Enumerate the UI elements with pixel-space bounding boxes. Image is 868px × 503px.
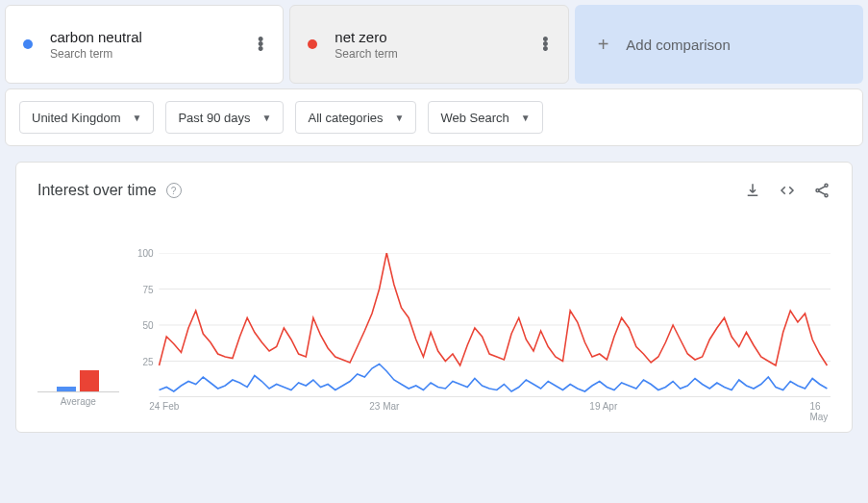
filter-searchtype[interactable]: Web Search ▼	[428, 101, 542, 134]
term-1-label: carbon neutral	[50, 29, 142, 45]
term-2-label: net zero	[335, 29, 397, 45]
embed-icon[interactable]	[779, 182, 796, 199]
chevron-down-icon: ▼	[133, 113, 142, 123]
filter-daterange[interactable]: Past 90 days ▼	[165, 101, 284, 134]
x-tick-label: 23 Mar	[369, 401, 399, 412]
share-icon[interactable]	[813, 182, 831, 199]
y-tick-label: 25	[143, 356, 154, 366]
y-tick-label: 50	[143, 320, 154, 331]
chart-card: Interest over time ? Average 255075100	[15, 162, 853, 433]
filter-region[interactable]: United Kingdom ▼	[19, 101, 154, 134]
filter-searchtype-label: Web Search	[440, 111, 508, 125]
plus-icon: +	[598, 34, 609, 56]
filter-region-label: United Kingdom	[32, 111, 121, 125]
series-color-dot-blue	[23, 39, 33, 49]
x-tick-label: 16 May	[809, 401, 828, 422]
chevron-down-icon: ▼	[521, 113, 531, 123]
filter-category[interactable]: All categories ▼	[295, 101, 416, 134]
filter-category-label: All categories	[308, 111, 383, 125]
avg-label: Average	[37, 396, 119, 407]
filter-bar: United Kingdom ▼ Past 90 days ▼ All cate…	[5, 88, 863, 146]
average-block: Average	[37, 335, 119, 407]
chevron-down-icon: ▼	[262, 113, 272, 123]
chevron-down-icon: ▼	[395, 113, 405, 123]
add-comparison-button[interactable]: + Add comparison	[575, 5, 863, 84]
term-2-menu-button[interactable]: •••	[536, 37, 554, 53]
term-1-sub: Search term	[50, 47, 142, 61]
filter-daterange-label: Past 90 days	[178, 111, 250, 125]
y-tick-label: 75	[143, 284, 154, 294]
y-tick-label: 100	[137, 248, 154, 259]
chart-title: Interest over time	[37, 182, 157, 199]
term-2-sub: Search term	[335, 47, 397, 61]
x-tick-label: 24 Feb	[149, 401, 179, 412]
add-comparison-label: Add comparison	[626, 37, 730, 53]
avg-bar-red	[80, 370, 99, 391]
term-1-menu-button[interactable]: •••	[252, 37, 269, 53]
series-color-dot-red	[308, 39, 317, 49]
term-card-1[interactable]: carbon neutral Search term •••	[5, 5, 284, 84]
avg-bar-blue	[57, 387, 76, 391]
help-icon[interactable]: ?	[166, 183, 182, 198]
chart-area: 255075100 24 Feb23 Mar19 Apr16 May	[131, 253, 831, 407]
download-icon[interactable]	[744, 182, 761, 199]
term-card-2[interactable]: net zero Search term •••	[289, 5, 568, 84]
x-tick-label: 19 Apr	[589, 401, 617, 412]
